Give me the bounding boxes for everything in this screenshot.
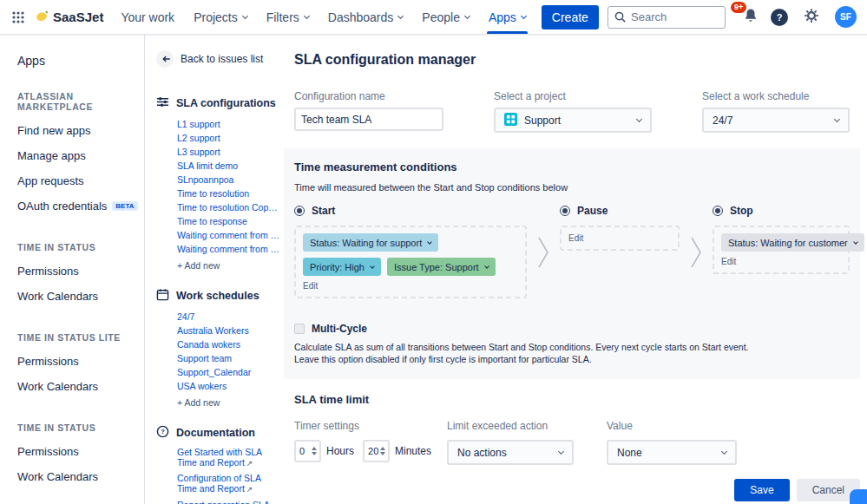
- work-schedule-link[interactable]: Australia Workers: [177, 324, 281, 337]
- sla-configuration-manager: SLA configuration manager Configuration …: [284, 35, 867, 504]
- sla-config-link[interactable]: L3 support: [177, 145, 281, 159]
- project-field: Select a project Support: [494, 90, 652, 133]
- sla-config-link[interactable]: L1 support: [177, 117, 281, 131]
- value-label: Value: [607, 420, 860, 432]
- multi-cycle-label: Multi-Cycle: [312, 323, 367, 335]
- sidebar-item-permissions[interactable]: Permissions: [17, 259, 137, 284]
- notifications-button[interactable]: 9+: [743, 8, 759, 27]
- minutes-input[interactable]: 20: [363, 440, 390, 462]
- work-schedule-select[interactable]: 24/7: [702, 108, 850, 133]
- work-schedule-link[interactable]: Support_Calendar: [177, 365, 281, 379]
- documentation-section: ? Documentation Get Started with SLA Tim…: [156, 425, 284, 504]
- condition-tag-status[interactable]: Status: Waiting for customer: [721, 233, 864, 252]
- sidebar-item-find-new-apps[interactable]: Find new apps: [17, 118, 137, 143]
- chevron-down-icon: [304, 12, 310, 18]
- back-arrow-icon[interactable]: [156, 50, 174, 68]
- conditions-subtitle: Time will measured between the Start and…: [294, 182, 850, 193]
- condition-tag-priority[interactable]: Priority: High: [303, 258, 381, 276]
- back-to-issues[interactable]: Back to issues list: [156, 50, 284, 68]
- conditions-title: Time measurement conditions: [294, 160, 850, 173]
- chevron-down-icon: [558, 448, 564, 455]
- avatar[interactable]: SF: [835, 6, 857, 28]
- sla-configurations-icon: [156, 95, 169, 111]
- sla-config-link[interactable]: L2 support: [177, 131, 281, 145]
- pause-conditions-box: Edit: [560, 226, 680, 251]
- hours-input[interactable]: 0: [294, 440, 321, 462]
- doc-link[interactable]: Report generation SLA Time↗: [177, 500, 274, 504]
- start-edit-link[interactable]: Edit: [303, 281, 518, 291]
- nav-filters[interactable]: Filters: [266, 0, 309, 34]
- sidebar-item-manage-apps[interactable]: Manage apps: [17, 143, 137, 168]
- pause-edit-link[interactable]: Edit: [568, 233, 671, 243]
- nav-people[interactable]: People: [422, 0, 470, 34]
- stepper-icon[interactable]: [312, 447, 319, 455]
- doc-link[interactable]: Configuration of SLA Time and Report↗: [177, 473, 274, 494]
- timer-settings-controls: 0 Hours 20 Minutes: [294, 440, 447, 462]
- chevron-down-icon: [521, 12, 527, 18]
- nav-dashboards[interactable]: Dashboards: [328, 0, 404, 34]
- settings-button[interactable]: [800, 6, 823, 29]
- start-radio[interactable]: [294, 206, 305, 216]
- section-header-time-in-status-lite: TIME IN STATUS LITE: [17, 332, 137, 343]
- sla-config-link[interactable]: Waiting comment from Dev: [177, 228, 281, 242]
- nav-projects[interactable]: Projects: [194, 0, 247, 34]
- external-link-icon: ↗: [246, 459, 253, 468]
- section-header-time-in-status: TIME IN STATUS: [17, 242, 137, 252]
- floating-action-button[interactable]: [850, 489, 867, 504]
- condition-tag-issue-type[interactable]: Issue Type: Support: [387, 258, 496, 276]
- work-schedule-link[interactable]: Support team: [177, 351, 281, 365]
- work-schedule-link[interactable]: 24/7: [177, 310, 281, 324]
- doc-link[interactable]: Get Started with SLA Time and Report↗: [177, 447, 274, 468]
- condition-tag-status[interactable]: Status: Waiting for support: [303, 233, 438, 252]
- add-new-work-schedule[interactable]: + Add new: [177, 396, 284, 409]
- sla-config-link[interactable]: Time to resolution Copy - 1: [177, 200, 281, 214]
- sla-config-link[interactable]: SLnpoannpoa: [177, 173, 281, 187]
- pause-radio[interactable]: [560, 206, 570, 216]
- start-condition-column: Start Status: Waiting for support Priori…: [294, 205, 527, 298]
- help-button[interactable]: ?: [771, 9, 788, 26]
- sla-config-link[interactable]: Time to resolution: [177, 187, 281, 200]
- timer-settings-label: Timer settings: [294, 420, 447, 432]
- value-select[interactable]: None: [607, 440, 737, 465]
- sidebar-item-work-calendars[interactable]: Work Calendars: [17, 284, 137, 309]
- sla-config-link[interactable]: Waiting comment from Supp...: [177, 242, 281, 256]
- chevron-down-icon: [370, 264, 375, 269]
- search-box: [608, 6, 726, 29]
- app-switcher-icon[interactable]: [7, 6, 30, 29]
- sla-time-limit-title: SLA time limit: [294, 393, 860, 406]
- configuration-name-input[interactable]: [294, 108, 443, 131]
- sla-config-link[interactable]: Time to response: [177, 214, 281, 228]
- sidebar-item-oauth-credentials[interactable]: OAuth credentials BETA: [17, 193, 137, 219]
- chevron-down-icon: [853, 239, 858, 245]
- limit-exceeded-action-select[interactable]: No actions: [447, 440, 574, 465]
- multi-cycle-section: Multi-Cycle Calculate SLA as sum of all …: [294, 323, 850, 365]
- nav-your-work[interactable]: Your work: [121, 0, 174, 34]
- stop-edit-link[interactable]: Edit: [721, 257, 841, 266]
- sidebar-item-permissions[interactable]: Permissions: [17, 439, 137, 464]
- sidebar-item-app-requests[interactable]: App requests: [17, 168, 137, 193]
- chevron-down-icon: [721, 448, 727, 455]
- bell-icon: [743, 11, 759, 26]
- work-schedule-link[interactable]: Canada wokers: [177, 337, 281, 351]
- svg-text:?: ?: [161, 428, 165, 435]
- chevron-down-icon: [834, 115, 840, 121]
- sidebar-item-work-calendars[interactable]: Work Calendars: [17, 374, 137, 399]
- stepper-icon[interactable]: [380, 447, 388, 455]
- sidebar-item-permissions[interactable]: Permissions: [17, 349, 137, 374]
- project-select[interactable]: Support: [494, 108, 652, 133]
- work-schedule-label: Select a work schedule: [702, 90, 850, 102]
- stop-radio[interactable]: [713, 206, 723, 216]
- sla-config-link[interactable]: SLA limit demo: [177, 159, 281, 173]
- create-button[interactable]: Create: [542, 5, 599, 29]
- sla-configurations-section: SLA configurations L1 support L2 support…: [156, 95, 284, 272]
- section-header-marketplace: ATLASSIAN MARKETPLACE: [17, 91, 137, 112]
- sidebar-item-work-calendars[interactable]: Work Calendars: [17, 464, 137, 489]
- multi-cycle-checkbox[interactable]: [294, 324, 305, 334]
- add-new-sla-config[interactable]: + Add new: [177, 259, 284, 272]
- work-schedule-link[interactable]: USA wokers: [177, 379, 281, 393]
- saasjet-logo[interactable]: SaaSJet: [35, 9, 103, 26]
- pause-condition-column: Pause Edit: [560, 205, 680, 251]
- time-measurement-panel: Time measurement conditions Time will me…: [284, 148, 860, 379]
- save-button[interactable]: Save: [734, 479, 789, 501]
- nav-apps[interactable]: Apps: [489, 0, 526, 34]
